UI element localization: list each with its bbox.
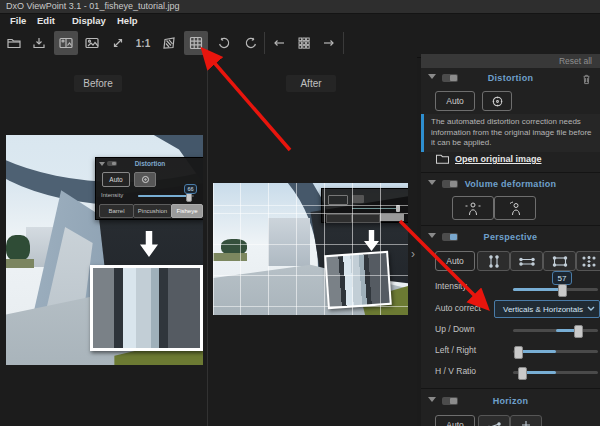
intensity-slider[interactable] [513, 288, 598, 291]
overlay-choice-shape [352, 214, 380, 223]
redo-button[interactable] [239, 31, 263, 55]
folder-open-icon [6, 35, 22, 51]
fisheye-button[interactable]: Fisheye [171, 204, 203, 218]
horizon-level-button[interactable] [510, 415, 542, 426]
grid-overlay-button[interactable] [184, 31, 208, 55]
intensity-slider-thumb[interactable] [558, 284, 567, 297]
crop-tool-button[interactable] [157, 31, 181, 55]
left-right-slider[interactable] [513, 350, 598, 353]
up-down-label: Up / Down [435, 324, 475, 334]
eight-points-button[interactable] [576, 251, 600, 271]
distortion-info-text: The automated distortion correction need… [421, 114, 600, 152]
thumbnails-button[interactable] [292, 31, 316, 55]
overlay-manual-button[interactable] [134, 172, 156, 187]
reset-all-button[interactable]: Reset all [559, 56, 592, 66]
arrow-right-icon [321, 35, 337, 51]
folder-icon [435, 153, 450, 165]
barrel-button[interactable]: Barrel [99, 204, 134, 218]
before-after-view-icon [58, 35, 74, 51]
after-overlay-panel [321, 188, 408, 223]
force-verticals-button[interactable] [477, 251, 510, 271]
horizon-line-icon [486, 419, 502, 426]
view-single-button[interactable] [80, 31, 104, 55]
horizon-section-header: Horizon [421, 394, 600, 409]
right-sidebar: Reset all Distortion Auto The automated … [421, 57, 600, 426]
overlay-button-shape [328, 195, 348, 205]
up-down-slider-thumb[interactable] [574, 325, 583, 338]
left-right-label: Left / Right [435, 345, 476, 355]
undo-icon [216, 35, 232, 51]
undo-button[interactable] [212, 31, 236, 55]
volume-spherical-button[interactable] [494, 196, 536, 220]
sidebar-collapse-chevron[interactable]: › [411, 247, 415, 261]
hv-ratio-label: H / V Ratio [435, 366, 476, 376]
menu-help[interactable]: Help [117, 15, 138, 26]
overlay-slider-shape [352, 208, 398, 209]
overlay-distortion-panel: Distortion Auto Intensity 66 Barrel Pinc… [95, 157, 203, 220]
auto-correct-dropdown[interactable]: Verticals & Horizontals [494, 300, 600, 318]
distortion-title: Distortion [421, 73, 600, 83]
after-inset-photo [324, 251, 392, 309]
menu-file[interactable]: File [10, 15, 26, 26]
volume-cylindrical-button[interactable] [452, 196, 494, 220]
target-circle-icon [141, 175, 150, 184]
horizontals-icon [517, 255, 537, 268]
menu-edit[interactable]: Edit [37, 15, 55, 26]
app-window: DxO ViewPoint 3.1 - 01_fisheye_tutorial.… [0, 0, 600, 426]
overlay-choice-selected-shape [380, 214, 404, 221]
horizon-line-button[interactable] [478, 415, 510, 426]
trash-icon[interactable] [581, 73, 592, 85]
volume-section-header: Volume deformation [421, 177, 600, 192]
zoom-1to1-label: 1:1 [136, 38, 150, 49]
zoom-1to1-button[interactable]: 1:1 [130, 31, 156, 55]
overlay-button-shape [352, 195, 364, 203]
before-label-text: Before [83, 78, 112, 89]
perspective-section-header: Perspective [421, 230, 600, 245]
after-image[interactable] [213, 183, 408, 315]
perspective-title: Perspective [421, 232, 600, 242]
person-horizontal-icon [464, 201, 482, 216]
distortion-section-header: Distortion [421, 71, 600, 86]
previous-image-button[interactable] [267, 31, 291, 55]
pincushion-button[interactable]: Pincushion [133, 204, 172, 218]
open-file-button[interactable] [2, 31, 26, 55]
target-circle-icon [491, 95, 504, 108]
perspective-auto-button[interactable]: Auto [435, 251, 475, 271]
photo-center-building [268, 218, 310, 266]
toolbar-separator [264, 32, 265, 54]
photo-trees [6, 235, 30, 261]
reset-all-bar: Reset all [421, 54, 600, 68]
intensity-value-bubble: 57 [552, 271, 572, 285]
open-original-image-link[interactable]: Open original image [455, 154, 542, 164]
next-image-button[interactable] [317, 31, 341, 55]
view-before-after-button[interactable] [54, 31, 78, 55]
distortion-manual-button[interactable] [482, 91, 512, 111]
section-divider [421, 388, 600, 389]
before-inset-photo [90, 265, 203, 351]
crop-perspective-icon [161, 35, 177, 51]
inset-doorway-scene [326, 253, 389, 307]
left-right-slider-thumb[interactable] [514, 346, 523, 359]
rectangle-icon [550, 255, 570, 268]
menu-display[interactable]: Display [72, 15, 106, 26]
distortion-auto-button[interactable]: Auto [435, 91, 475, 111]
overlay-choice-shape [326, 214, 352, 223]
after-label-text: After [300, 78, 321, 89]
fit-screen-button[interactable] [106, 31, 130, 55]
horizon-auto-button[interactable]: Auto [435, 415, 475, 426]
hv-ratio-slider[interactable] [513, 371, 598, 374]
auto-correct-value: Verticals & Horizontals [503, 305, 583, 314]
before-image[interactable]: Distortion Auto Intensity 66 Barrel Pinc… [6, 135, 203, 365]
hv-ratio-slider-thumb[interactable] [518, 367, 527, 380]
force-rectangle-button[interactable] [543, 251, 576, 271]
title-bar: DxO ViewPoint 3.1 - 01_fisheye_tutorial.… [0, 0, 600, 14]
overlay-panel-title: Distortion [96, 160, 203, 167]
toolbar-separator [343, 32, 344, 54]
auto-correct-label: Auto correct [435, 303, 481, 313]
up-down-slider[interactable] [513, 329, 598, 332]
overlay-intensity-slider[interactable] [138, 195, 194, 197]
force-horizontals-button[interactable] [510, 251, 543, 271]
overlay-auto-button[interactable]: Auto [102, 172, 130, 187]
export-button[interactable] [27, 31, 51, 55]
section-divider [421, 172, 600, 173]
